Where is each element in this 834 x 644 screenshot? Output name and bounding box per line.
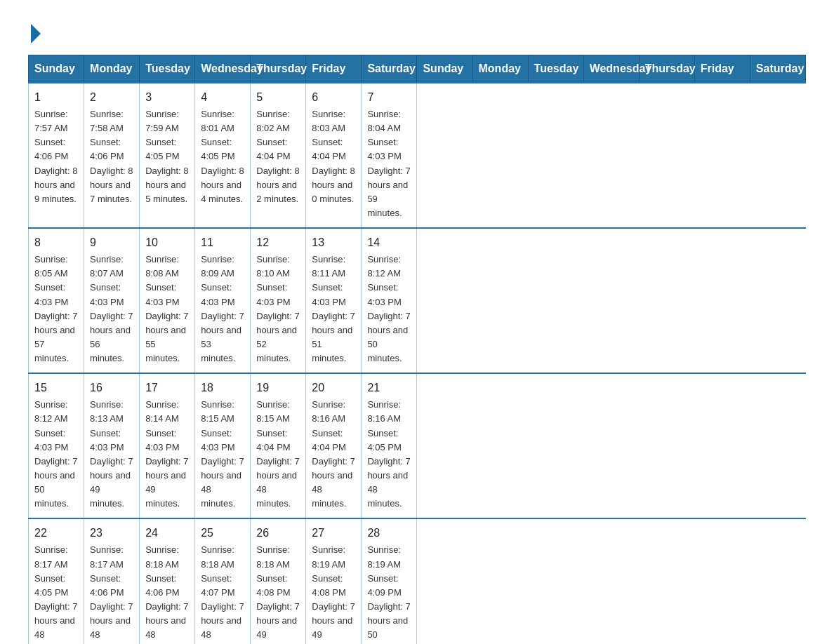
calendar-week-row: 15Sunrise: 8:12 AMSunset: 4:03 PMDayligh… xyxy=(29,373,806,518)
day-info: Sunrise: 8:16 AMSunset: 4:05 PMDaylight:… xyxy=(367,398,411,511)
day-info: Sunrise: 8:19 AMSunset: 4:08 PMDaylight:… xyxy=(312,543,355,644)
day-number: 12 xyxy=(256,234,300,251)
logo-arrow-icon xyxy=(31,24,41,43)
day-info: Sunrise: 8:04 AMSunset: 4:03 PMDaylight:… xyxy=(367,107,411,220)
header-thursday: Thursday xyxy=(639,55,694,83)
day-number: 10 xyxy=(145,234,189,251)
day-number: 4 xyxy=(201,89,244,106)
day-number: 16 xyxy=(90,380,133,396)
calendar-week-row: 22Sunrise: 8:17 AMSunset: 4:05 PMDayligh… xyxy=(29,518,806,644)
day-number: 6 xyxy=(312,89,355,106)
calendar-week-row: 8Sunrise: 8:05 AMSunset: 4:03 PMDaylight… xyxy=(29,228,806,373)
calendar-cell: 21Sunrise: 8:16 AMSunset: 4:05 PMDayligh… xyxy=(362,373,417,518)
day-info: Sunrise: 8:15 AMSunset: 4:03 PMDaylight:… xyxy=(201,398,244,511)
day-info: Sunrise: 8:15 AMSunset: 4:04 PMDaylight:… xyxy=(256,398,300,511)
calendar-cell: 22Sunrise: 8:17 AMSunset: 4:05 PMDayligh… xyxy=(29,518,84,644)
day-number: 14 xyxy=(367,234,411,251)
calendar-cell: 3Sunrise: 7:59 AMSunset: 4:05 PMDaylight… xyxy=(140,83,195,228)
day-number: 22 xyxy=(34,525,78,542)
day-info: Sunrise: 8:18 AMSunset: 4:07 PMDaylight:… xyxy=(201,543,244,644)
day-number: 7 xyxy=(367,89,411,106)
header-tuesday: Tuesday xyxy=(140,55,195,83)
day-info: Sunrise: 8:11 AMSunset: 4:03 PMDaylight:… xyxy=(312,253,355,365)
day-number: 9 xyxy=(90,234,133,251)
day-number: 3 xyxy=(145,89,189,106)
calendar-cell: 16Sunrise: 8:13 AMSunset: 4:03 PMDayligh… xyxy=(84,373,140,518)
header-saturday: Saturday xyxy=(362,55,417,83)
day-number: 8 xyxy=(34,234,78,251)
header-sunday: Sunday xyxy=(29,55,84,83)
day-number: 23 xyxy=(90,525,133,542)
day-number: 26 xyxy=(256,525,300,542)
header-tuesday: Tuesday xyxy=(528,55,583,83)
calendar-cell: 28Sunrise: 8:19 AMSunset: 4:09 PMDayligh… xyxy=(362,518,417,644)
header-saturday: Saturday xyxy=(750,55,805,83)
calendar-cell: 5Sunrise: 8:02 AMSunset: 4:04 PMDaylight… xyxy=(251,83,306,228)
calendar-cell: 23Sunrise: 8:17 AMSunset: 4:06 PMDayligh… xyxy=(84,518,140,644)
day-number: 15 xyxy=(34,380,78,396)
day-number: 27 xyxy=(312,525,355,542)
calendar-table: SundayMondayTuesdayWednesdayThursdayFrid… xyxy=(28,55,806,644)
calendar-cell: 18Sunrise: 8:15 AMSunset: 4:03 PMDayligh… xyxy=(195,373,251,518)
calendar-cell: 27Sunrise: 8:19 AMSunset: 4:08 PMDayligh… xyxy=(306,518,362,644)
header-sunday: Sunday xyxy=(417,55,472,83)
day-info: Sunrise: 8:13 AMSunset: 4:03 PMDaylight:… xyxy=(90,398,133,511)
day-number: 19 xyxy=(256,380,300,396)
day-info: Sunrise: 8:05 AMSunset: 4:03 PMDaylight:… xyxy=(34,253,78,365)
logo xyxy=(28,21,41,41)
calendar-cell: 6Sunrise: 8:03 AMSunset: 4:04 PMDaylight… xyxy=(306,83,362,228)
calendar-cell: 1Sunrise: 7:57 AMSunset: 4:06 PMDaylight… xyxy=(29,83,84,228)
calendar-cell: 25Sunrise: 8:18 AMSunset: 4:07 PMDayligh… xyxy=(195,518,251,644)
calendar-cell: 10Sunrise: 8:08 AMSunset: 4:03 PMDayligh… xyxy=(140,228,195,373)
day-info: Sunrise: 8:12 AMSunset: 4:03 PMDaylight:… xyxy=(367,253,411,365)
calendar-cell: 19Sunrise: 8:15 AMSunset: 4:04 PMDayligh… xyxy=(251,373,306,518)
calendar-header-row: SundayMondayTuesdayWednesdayThursdayFrid… xyxy=(29,55,806,83)
day-number: 25 xyxy=(201,525,244,542)
day-info: Sunrise: 8:09 AMSunset: 4:03 PMDaylight:… xyxy=(201,253,244,365)
calendar-cell: 4Sunrise: 8:01 AMSunset: 4:05 PMDaylight… xyxy=(195,83,251,228)
day-info: Sunrise: 7:58 AMSunset: 4:06 PMDaylight:… xyxy=(90,107,133,206)
calendar-cell: 9Sunrise: 8:07 AMSunset: 4:03 PMDaylight… xyxy=(84,228,140,373)
page-header xyxy=(28,21,806,41)
calendar-cell: 26Sunrise: 8:18 AMSunset: 4:08 PMDayligh… xyxy=(251,518,306,644)
calendar-cell: 15Sunrise: 8:12 AMSunset: 4:03 PMDayligh… xyxy=(29,373,84,518)
day-info: Sunrise: 8:17 AMSunset: 4:06 PMDaylight:… xyxy=(90,543,133,644)
calendar-cell: 17Sunrise: 8:14 AMSunset: 4:03 PMDayligh… xyxy=(140,373,195,518)
day-info: Sunrise: 7:59 AMSunset: 4:05 PMDaylight:… xyxy=(145,107,189,206)
day-info: Sunrise: 8:01 AMSunset: 4:05 PMDaylight:… xyxy=(201,107,244,206)
day-number: 2 xyxy=(90,89,133,106)
day-number: 5 xyxy=(256,89,300,106)
day-info: Sunrise: 8:17 AMSunset: 4:05 PMDaylight:… xyxy=(34,543,78,644)
day-number: 13 xyxy=(312,234,355,251)
calendar-cell: 14Sunrise: 8:12 AMSunset: 4:03 PMDayligh… xyxy=(362,228,417,373)
day-info: Sunrise: 8:18 AMSunset: 4:06 PMDaylight:… xyxy=(145,543,189,644)
day-info: Sunrise: 8:08 AMSunset: 4:03 PMDaylight:… xyxy=(145,253,189,365)
header-monday: Monday xyxy=(84,55,140,83)
day-number: 11 xyxy=(201,234,244,251)
day-info: Sunrise: 8:16 AMSunset: 4:04 PMDaylight:… xyxy=(312,398,355,511)
calendar-week-row: 1Sunrise: 7:57 AMSunset: 4:06 PMDaylight… xyxy=(29,83,806,228)
day-number: 18 xyxy=(201,380,244,396)
calendar-cell: 12Sunrise: 8:10 AMSunset: 4:03 PMDayligh… xyxy=(251,228,306,373)
calendar-cell: 20Sunrise: 8:16 AMSunset: 4:04 PMDayligh… xyxy=(306,373,362,518)
day-info: Sunrise: 8:02 AMSunset: 4:04 PMDaylight:… xyxy=(256,107,300,206)
day-number: 20 xyxy=(312,380,355,396)
day-number: 17 xyxy=(145,380,189,396)
day-number: 1 xyxy=(34,89,78,106)
day-info: Sunrise: 8:03 AMSunset: 4:04 PMDaylight:… xyxy=(312,107,355,206)
header-friday: Friday xyxy=(694,55,750,83)
day-info: Sunrise: 8:18 AMSunset: 4:08 PMDaylight:… xyxy=(256,543,300,644)
day-number: 21 xyxy=(367,380,411,396)
header-wednesday: Wednesday xyxy=(195,55,251,83)
day-info: Sunrise: 8:12 AMSunset: 4:03 PMDaylight:… xyxy=(34,398,78,511)
day-info: Sunrise: 8:14 AMSunset: 4:03 PMDaylight:… xyxy=(145,398,189,511)
calendar-cell: 11Sunrise: 8:09 AMSunset: 4:03 PMDayligh… xyxy=(195,228,251,373)
calendar-cell: 2Sunrise: 7:58 AMSunset: 4:06 PMDaylight… xyxy=(84,83,140,228)
header-thursday: Thursday xyxy=(251,55,306,83)
calendar-cell: 24Sunrise: 8:18 AMSunset: 4:06 PMDayligh… xyxy=(140,518,195,644)
header-wednesday: Wednesday xyxy=(583,55,639,83)
day-number: 28 xyxy=(367,525,411,542)
day-info: Sunrise: 8:07 AMSunset: 4:03 PMDaylight:… xyxy=(90,253,133,365)
day-number: 24 xyxy=(145,525,189,542)
calendar-cell: 7Sunrise: 8:04 AMSunset: 4:03 PMDaylight… xyxy=(362,83,417,228)
